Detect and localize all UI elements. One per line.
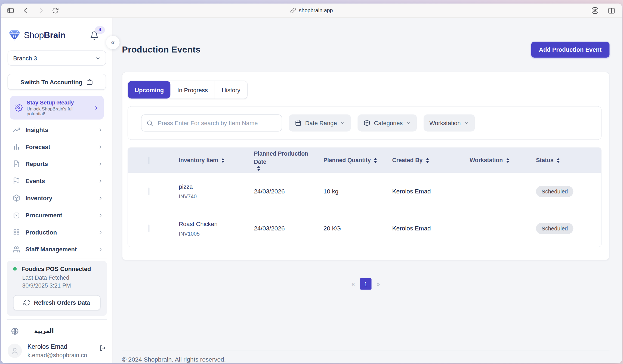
chevron-down-icon [341, 121, 345, 125]
shopbrain-logo-icon [8, 30, 21, 41]
column-header-planned-production-date[interactable]: Planned Production Date [247, 150, 319, 171]
user-profile: Kerolos Emad k.emad@shopbrain.co [8, 343, 106, 358]
sidebar-item-forecast[interactable]: Forecast [1, 138, 112, 155]
column-header-inventory-item[interactable]: Inventory Item [171, 157, 247, 165]
column-header-created-by[interactable]: Created By [386, 157, 462, 165]
pagination-prev-icon[interactable]: « [351, 281, 355, 288]
page-settings-icon[interactable] [591, 6, 599, 15]
sidebar-collapse-button[interactable]: « [106, 36, 120, 49]
refresh-icon [24, 299, 30, 306]
tab-upcoming[interactable]: Upcoming [128, 81, 171, 99]
forward-icon[interactable] [37, 7, 45, 14]
sidebar-item-procurement[interactable]: Procurement [1, 206, 112, 224]
planned-quantity-cell: 20 KG [319, 225, 386, 232]
item-name[interactable]: Roast Chicken [179, 221, 247, 227]
switch-to-accounting-label: Switch To Accounting [20, 78, 82, 85]
switch-to-accounting-button[interactable]: Switch To Accounting [8, 74, 106, 90]
pos-status-card: Foodics POS Connected Last Data Fetched … [7, 261, 107, 316]
workstation-filter[interactable]: Workstation [423, 115, 474, 132]
sidebar: ShopBrain 4 Branch 3 Switch To Accountin… [1, 18, 113, 363]
sidebar-item-inventory[interactable]: Inventory [1, 190, 112, 207]
table-row: pizza INV740 24/03/2026 10 kg Kerolos Em… [128, 173, 601, 210]
row-checkbox[interactable] [149, 187, 149, 195]
categories-label: Categories [374, 120, 403, 127]
gear-icon [15, 104, 23, 112]
item-code: INV740 [179, 194, 247, 200]
chevron-right-icon [98, 230, 103, 235]
workstation-label: Workstation [429, 120, 461, 127]
calendar-icon [295, 120, 302, 127]
add-production-event-button[interactable]: Add Production Event [531, 42, 609, 57]
notifications-button[interactable]: 4 [90, 31, 99, 40]
table-row: Roast Chicken INV1005 24/03/2026 20 KG K… [128, 210, 601, 247]
refresh-page-icon[interactable] [52, 7, 59, 14]
chevron-right-icon [98, 178, 103, 183]
box-icon [363, 120, 370, 127]
sidebar-toggle-icon[interactable] [7, 7, 14, 14]
notification-count-badge: 4 [95, 26, 105, 34]
refresh-orders-button[interactable]: Refresh Orders Data [13, 295, 100, 310]
item-name[interactable]: pizza [179, 183, 247, 190]
sidebar-item-events[interactable]: Events [1, 172, 112, 190]
address-bar[interactable]: shopbrain.app [290, 4, 333, 17]
sidebar-item-insights[interactable]: Insights [1, 121, 112, 138]
tab-history[interactable]: History [215, 81, 247, 99]
url-text: shopbrain.app [299, 8, 333, 14]
sort-icon[interactable] [257, 166, 260, 171]
events-card: Upcoming In Progress History Date Range [122, 72, 609, 260]
split-view-icon[interactable] [607, 7, 615, 14]
categories-filter[interactable]: Categories [358, 115, 417, 132]
sidebar-nav: Insights Forecast Reports [1, 121, 112, 258]
page-title: Production Events [122, 44, 201, 55]
pagination: « 1 » [122, 278, 609, 290]
sidebar-item-reports[interactable]: Reports [1, 155, 112, 172]
pagination-page-1[interactable]: 1 [360, 278, 371, 290]
chevron-right-icon [98, 127, 103, 132]
branch-selector[interactable]: Branch 3 [8, 50, 106, 65]
column-header-status[interactable]: Status [529, 157, 601, 165]
chevron-down-icon [95, 55, 101, 61]
search-box[interactable] [141, 115, 282, 132]
planned-quantity-cell: 10 kg [319, 188, 386, 195]
document-icon [13, 160, 20, 168]
date-range-label: Date Range [305, 120, 337, 127]
tab-in-progress[interactable]: In Progress [171, 81, 215, 99]
back-icon[interactable] [22, 7, 29, 14]
sort-icon[interactable] [557, 158, 560, 163]
main-content: Production Events Add Production Event U… [113, 18, 622, 363]
search-icon [146, 120, 153, 127]
date-range-filter[interactable]: Date Range [289, 115, 351, 132]
chevron-down-icon [406, 121, 411, 125]
sort-icon[interactable] [426, 158, 429, 163]
divider [7, 258, 107, 258]
logout-icon[interactable] [99, 344, 106, 351]
column-header-planned-quantity[interactable]: Planned Quantity [319, 157, 386, 165]
column-header-workstation[interactable]: Workstation [462, 157, 529, 165]
search-input[interactable] [157, 119, 277, 127]
browser-window: shopbrain.app « [1, 4, 622, 363]
copyright-footer: © 2024 Shopbrain. All rights reserved. [122, 350, 609, 363]
sort-icon[interactable] [374, 158, 377, 163]
sort-icon[interactable] [221, 158, 225, 163]
language-switch[interactable]: العربية [1, 320, 112, 338]
language-label: العربية [34, 328, 54, 335]
browser-toolbar: shopbrain.app [1, 4, 622, 18]
user-email: k.emad@shopbrain.co [27, 351, 87, 358]
briefcase-icon [87, 78, 93, 85]
chevron-right-icon [98, 196, 103, 200]
pos-last-fetched-time: 30/9/2025 3:21 PM [13, 282, 100, 290]
sort-icon[interactable] [506, 158, 509, 163]
setup-ready-banner[interactable]: Stay Setup-Ready Unlock ShopBrain's full… [10, 96, 104, 120]
sidebar-item-production[interactable]: Production [1, 224, 112, 241]
chevron-right-icon [98, 162, 103, 166]
branch-selector-value: Branch 3 [13, 55, 37, 61]
flag-icon [13, 177, 20, 185]
row-checkbox[interactable] [149, 225, 149, 232]
planned-date-cell: 24/03/2026 [247, 225, 319, 232]
refresh-orders-label: Refresh Orders Data [34, 300, 90, 306]
select-all-checkbox[interactable] [149, 156, 149, 164]
trending-up-icon [13, 126, 20, 134]
pagination-next-icon[interactable]: » [377, 281, 380, 288]
sidebar-item-staff-management[interactable]: Staff Management [1, 241, 112, 258]
created-by-cell: Kerolos Emad [386, 188, 462, 195]
